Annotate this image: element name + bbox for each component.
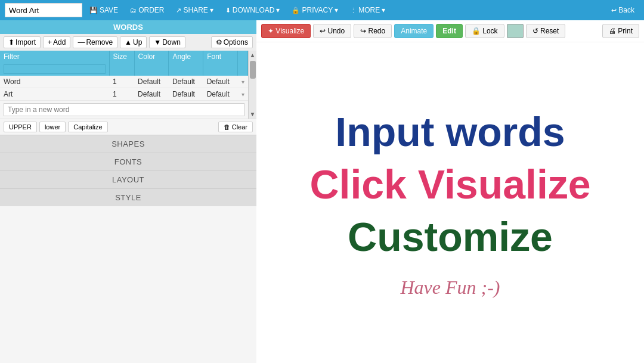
scroll-thumb[interactable]: [250, 61, 256, 79]
angle-filter-cell: [169, 63, 203, 76]
more-button[interactable]: ⋮ MORE ▾: [345, 4, 390, 16]
undo-icon: ↩: [320, 27, 326, 35]
clear-button[interactable]: 🗑 Clear: [218, 122, 253, 132]
canvas-content: Input words Click Visualize Customize Ha…: [309, 106, 590, 300]
col-actions: [238, 51, 248, 63]
add-icon: +: [48, 38, 52, 46]
visualize-button[interactable]: ✦ Visualize: [261, 24, 311, 38]
col-color: Color: [134, 51, 169, 63]
redo-icon: ↪: [360, 27, 366, 35]
word-cell: Art: [0, 88, 109, 101]
back-icon: ↩: [611, 7, 617, 14]
import-button[interactable]: ⬆ Import: [4, 36, 41, 48]
fonts-section[interactable]: FONTS: [0, 153, 256, 170]
size-cell: 1: [109, 88, 134, 101]
topbar: 💾 SAVE 🗂 ORDER ↗ SHARE ▾ ⬇ DOWNLOAD ▾ 🔒 …: [0, 0, 644, 20]
action-toolbar: ✦ Visualize ↩ Undo ↪ Redo Animate Edit 🔒…: [256, 20, 644, 42]
more-icon: ⋮: [350, 7, 357, 14]
color-cell: Default: [134, 76, 169, 88]
row-arrow-cell: ▾: [238, 88, 248, 101]
visualize-icon: ✦: [268, 27, 274, 35]
title-input[interactable]: [5, 3, 82, 17]
word-cell: Word: [0, 76, 109, 88]
lock-button[interactable]: 🔒 Lock: [465, 24, 504, 38]
down-button[interactable]: ▼ Down: [149, 36, 185, 48]
share-button[interactable]: ↗ SHARE ▾: [171, 4, 218, 16]
words-table-area: Filter Size Color Angle Font: [0, 51, 256, 119]
options-icon: ⚙: [216, 38, 222, 46]
angle-cell: Default: [169, 76, 203, 88]
words-table: Filter Size Color Angle Font: [0, 51, 248, 101]
add-button[interactable]: + Add: [43, 36, 70, 48]
main-layout: WORDS ⬆ Import + Add — Remove ▲ Up ▼ Dow…: [0, 20, 644, 363]
scroll-down-arrow[interactable]: ▼: [250, 111, 256, 117]
down-icon: ▼: [154, 38, 161, 46]
size-filter-cell: [109, 63, 134, 76]
print-icon: 🖨: [609, 27, 616, 35]
animate-button[interactable]: Animate: [394, 24, 434, 38]
angle-cell: Default: [169, 88, 203, 101]
remove-button[interactable]: — Remove: [73, 36, 117, 48]
filter-input[interactable]: [4, 64, 106, 74]
color-cell: Default: [134, 88, 169, 101]
up-button[interactable]: ▲ Up: [120, 36, 147, 48]
filter-input-cell[interactable]: [0, 63, 109, 76]
left-panel: WORDS ⬆ Import + Add — Remove ▲ Up ▼ Dow…: [0, 20, 256, 363]
right-panel: ✦ Visualize ↩ Undo ↪ Redo Animate Edit 🔒…: [256, 20, 644, 363]
download-icon: ⬇: [225, 7, 231, 14]
privacy-icon: 🔒: [292, 7, 300, 14]
options-button[interactable]: ⚙ Options: [211, 36, 253, 48]
canvas-area: Input words Click Visualize Customize Ha…: [256, 42, 644, 363]
words-header: WORDS: [0, 20, 256, 34]
column-headers: Filter Size Color Angle Font: [0, 51, 248, 63]
font-cell: Default: [203, 76, 238, 88]
words-table-main: Filter Size Color Angle Font: [0, 51, 248, 119]
col-font: Font: [203, 51, 238, 63]
up-icon: ▲: [125, 38, 132, 46]
canvas-line3: Customize: [309, 210, 590, 263]
col-angle: Angle: [169, 51, 203, 63]
lock-icon: 🔒: [472, 27, 481, 35]
size-cell: 1: [109, 76, 134, 88]
lower-button[interactable]: lower: [39, 122, 66, 132]
import-icon: ⬆: [8, 38, 14, 46]
upper-button[interactable]: UPPER: [4, 122, 37, 132]
save-icon: 💾: [89, 7, 98, 14]
color-swatch[interactable]: [507, 24, 524, 38]
style-section[interactable]: STYLE: [0, 188, 256, 206]
layout-section[interactable]: LAYOUT: [0, 170, 256, 188]
undo-button[interactable]: ↩ Undo: [313, 24, 351, 38]
shapes-section[interactable]: SHAPES: [0, 135, 256, 153]
redo-button[interactable]: ↪ Redo: [354, 24, 392, 38]
color-filter-cell: [134, 63, 169, 76]
back-button[interactable]: ↩ Back: [606, 4, 639, 16]
save-button[interactable]: 💾 SAVE: [85, 4, 123, 16]
canvas-line2: Click Visualize: [309, 158, 590, 210]
table-row[interactable]: Word 1 Default Default Default ▾: [0, 76, 248, 88]
words-tbody: Word 1 Default Default Default ▾ Art 1 D…: [0, 76, 248, 101]
canvas-line4: Have Fun ;-): [309, 275, 590, 300]
words-toolbar: ⬆ Import + Add — Remove ▲ Up ▼ Down ⚙ Op…: [0, 34, 256, 51]
row-arrow-cell: ▾: [238, 76, 248, 88]
new-word-row: [0, 101, 248, 119]
share-icon: ↗: [176, 7, 181, 14]
col-size: Size: [109, 51, 134, 63]
reset-icon: ↺: [532, 27, 538, 35]
print-button[interactable]: 🖨 Print: [602, 24, 639, 38]
table-row[interactable]: Art 1 Default Default Default ▾: [0, 88, 248, 101]
edit-button[interactable]: Edit: [436, 24, 463, 38]
filter-row: [0, 63, 248, 76]
case-toolbar: UPPER lower Capitalize 🗑 Clear: [0, 119, 256, 135]
remove-icon: —: [78, 38, 85, 46]
privacy-button[interactable]: 🔒 PRIVACY ▾: [287, 4, 343, 16]
words-table-wrap: Filter Size Color Angle Font: [0, 51, 248, 119]
new-word-input[interactable]: [4, 103, 244, 116]
clear-icon: 🗑: [224, 123, 230, 131]
order-button[interactable]: 🗂 ORDER: [125, 4, 169, 16]
order-icon: 🗂: [130, 7, 137, 14]
download-button[interactable]: ⬇ DOWNLOAD ▾: [221, 4, 285, 16]
reset-button[interactable]: ↺ Reset: [526, 24, 566, 38]
capitalize-button[interactable]: Capitalize: [68, 122, 107, 132]
scroll-up-arrow[interactable]: ▲: [250, 52, 256, 58]
canvas-line1: Input words: [309, 106, 590, 158]
